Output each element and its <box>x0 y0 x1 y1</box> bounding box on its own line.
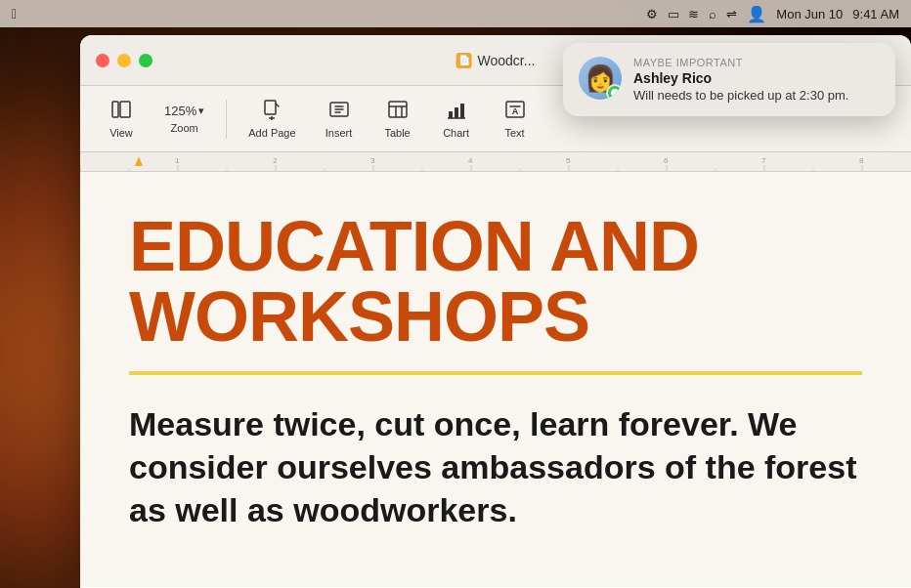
svg-text:1: 1 <box>175 156 180 165</box>
document-divider <box>129 371 862 375</box>
document-body: Measure twice, cut once, learn forever. … <box>129 402 862 532</box>
add-page-label: Add Page <box>248 127 295 139</box>
notification-message: Will needs to be picked up at 2:30 pm. <box>633 88 880 103</box>
notification-category: MAYBE IMPORTANT <box>633 57 880 68</box>
account-icon[interactable]: 👤 <box>747 5 766 23</box>
messages-badge-dot <box>611 89 619 97</box>
insert-label: Insert <box>325 127 353 139</box>
settings-icon[interactable]: ⚙ <box>646 7 658 21</box>
view-button[interactable]: View <box>96 93 147 145</box>
notification-sender: Ashley Rico <box>633 70 880 86</box>
svg-rect-0 <box>112 102 118 117</box>
svg-text:8: 8 <box>859 156 864 165</box>
table-icon <box>387 99 409 123</box>
zoom-chevron: ▾ <box>198 105 204 117</box>
notification[interactable]: 👩 MAYBE IMPORTANT Ashley Rico Will needs… <box>563 43 895 116</box>
menu-bar-right: ⚙ ▭ ≋ ⌕ ⇌ 👤 Mon Jun 10 9:41 AM <box>646 5 899 23</box>
text-label: Text <box>504 127 524 139</box>
view-icon <box>110 99 132 123</box>
ruler-svg: 1 2 3 4 5 6 7 8 <box>80 152 911 172</box>
toolbar-divider-1 <box>226 100 227 139</box>
minimize-button[interactable] <box>117 54 131 67</box>
svg-rect-2 <box>265 101 276 114</box>
table-label: Table <box>384 127 410 139</box>
svg-rect-1 <box>120 102 130 117</box>
zoom-percentage: 125% <box>164 104 196 118</box>
svg-rect-14 <box>455 107 458 118</box>
window-title: Woodcr... <box>478 53 536 68</box>
add-page-button[interactable]: Add Page <box>239 93 305 145</box>
svg-text:3: 3 <box>370 156 375 165</box>
insert-button[interactable]: Insert <box>314 93 365 145</box>
apple-logo:  <box>12 6 17 21</box>
svg-rect-9 <box>389 102 407 117</box>
zoom-value-display: 125% ▾ <box>164 104 204 118</box>
time: 9:41 AM <box>852 7 899 21</box>
document-heading: EDUCATION AND WORKSHOPS <box>129 211 862 352</box>
window-controls <box>96 54 152 67</box>
document-content: EDUCATION AND WORKSHOPS Measure twice, c… <box>80 172 911 587</box>
close-button[interactable] <box>96 54 109 67</box>
svg-text:6: 6 <box>664 156 669 165</box>
messages-badge <box>606 84 622 100</box>
ruler: 1 2 3 4 5 6 7 8 <box>80 152 911 172</box>
zoom-control[interactable]: 125% ▾ Zoom <box>154 98 214 140</box>
svg-rect-15 <box>460 104 464 118</box>
chart-button[interactable]: Chart <box>431 93 482 145</box>
app-window: 📄 Woodcr... View 125% <box>80 35 911 588</box>
svg-text:5: 5 <box>566 156 571 165</box>
svg-rect-13 <box>449 111 453 118</box>
view-label: View <box>109 127 133 139</box>
chart-label: Chart <box>443 127 469 139</box>
user-switch-icon[interactable]: ⇌ <box>726 7 737 21</box>
notification-content: MAYBE IMPORTANT Ashley Rico Will needs t… <box>633 57 880 103</box>
menu-bar-left:  <box>12 6 17 21</box>
maximize-button[interactable] <box>139 54 152 67</box>
svg-text:7: 7 <box>761 156 766 165</box>
svg-text:4: 4 <box>468 156 473 165</box>
window-title-area: 📄 Woodcr... <box>456 53 536 68</box>
datetime: Mon Jun 10 <box>776 7 843 21</box>
svg-text:A: A <box>511 106 518 116</box>
document-icon: 📄 <box>456 53 472 68</box>
table-button[interactable]: Table <box>372 93 423 145</box>
add-page-icon <box>261 99 282 123</box>
desktop:  ⚙ ▭ ≋ ⌕ ⇌ 👤 Mon Jun 10 9:41 AM <box>0 0 911 588</box>
zoom-label: Zoom <box>171 122 198 134</box>
svg-rect-20 <box>80 152 911 172</box>
notification-avatar: 👩 <box>579 57 622 100</box>
battery-icon: ▭ <box>668 7 678 21</box>
insert-icon <box>328 99 350 123</box>
wifi-icon: ≋ <box>688 7 699 21</box>
svg-text:2: 2 <box>273 156 278 165</box>
text-icon: A <box>504 99 526 123</box>
chart-icon <box>446 99 467 123</box>
menu-bar:  ⚙ ▭ ≋ ⌕ ⇌ 👤 Mon Jun 10 9:41 AM <box>0 0 911 27</box>
text-button[interactable]: A Text <box>490 93 541 145</box>
search-icon[interactable]: ⌕ <box>709 7 716 21</box>
